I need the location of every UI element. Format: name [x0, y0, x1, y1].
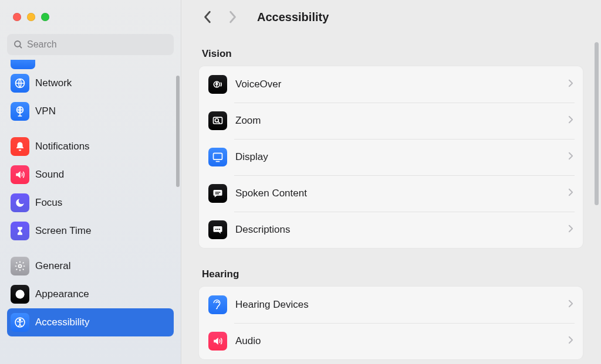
sidebar-item-label: Sound: [35, 169, 64, 181]
svg-point-18: [217, 229, 218, 230]
search-icon: [13, 39, 23, 50]
page-title: Accessibility: [257, 11, 329, 24]
forward-button[interactable]: [222, 8, 243, 26]
hearing-card: Hearing Devices Audio: [198, 286, 583, 360]
sidebar-item-vpn[interactable]: VPN: [7, 97, 174, 125]
contrast-icon: [11, 285, 29, 304]
sidebar-nav[interactable]: Network VPN Notifications Sound: [0, 60, 181, 364]
chevron-right-icon: [228, 11, 237, 23]
row-label: Spoken Content: [235, 188, 568, 199]
row-descriptions[interactable]: Descriptions: [199, 212, 583, 248]
display-icon: [208, 148, 227, 166]
sidebar-item-screen-time[interactable]: Screen Time: [7, 217, 174, 245]
row-label: Audio: [235, 335, 568, 347]
sidebar-item-accessibility[interactable]: Accessibility: [7, 308, 174, 336]
audio-speaker-icon: [208, 332, 227, 351]
search-field[interactable]: [7, 34, 174, 55]
row-label: Hearing Devices: [235, 299, 568, 311]
row-zoom[interactable]: Zoom: [199, 103, 583, 139]
svg-point-4: [19, 265, 22, 268]
chevron-right-icon: [568, 300, 573, 310]
search-input[interactable]: [27, 39, 168, 50]
topbar: Accessibility: [181, 0, 601, 34]
section-title-vision: Vision: [202, 48, 583, 60]
sidebar-item-sound[interactable]: Sound: [7, 161, 174, 189]
main-scrollbar[interactable]: [595, 42, 599, 205]
search-wrap: [0, 21, 181, 60]
vpn-globe-icon: [11, 102, 29, 121]
svg-line-12: [218, 122, 220, 124]
row-audio[interactable]: Audio: [199, 323, 583, 359]
svg-rect-13: [214, 153, 222, 159]
chevron-left-icon: [204, 11, 212, 23]
sidebar-item-label: Focus: [35, 197, 62, 209]
vision-card: VoiceOver Zoom Display: [198, 66, 583, 249]
speaker-icon: [11, 165, 29, 184]
chevron-right-icon: [568, 115, 573, 126]
row-label: Zoom: [235, 115, 568, 127]
sidebar-item-general[interactable]: General: [7, 252, 174, 280]
sidebar-item-label: Network: [35, 77, 72, 89]
sidebar-item-label: VPN: [35, 106, 56, 117]
sidebar-item-label: Screen Time: [35, 225, 91, 237]
svg-rect-15: [215, 192, 221, 192]
speech-bubble-icon: [208, 184, 227, 203]
chevron-right-icon: [568, 188, 573, 199]
hourglass-icon: [11, 222, 29, 240]
sidebar-item-focus[interactable]: Focus: [7, 189, 174, 217]
sidebar-item-label: Notifications: [35, 141, 90, 152]
fullscreen-window-button[interactable]: [41, 13, 49, 21]
row-label: Descriptions: [235, 224, 568, 236]
sidebar-item-label: Appearance: [35, 288, 89, 300]
close-window-button[interactable]: [13, 13, 21, 21]
zoom-icon: [208, 111, 227, 130]
section-title-hearing: Hearing: [202, 268, 583, 280]
accessibility-icon: [11, 313, 29, 332]
chevron-right-icon: [568, 79, 573, 90]
sidebar-scrollbar[interactable]: [176, 76, 180, 187]
window-controls: [0, 0, 181, 21]
sidebar-item-partial[interactable]: [11, 60, 35, 69]
voiceover-icon: [208, 75, 227, 94]
ear-icon: [208, 295, 227, 314]
svg-rect-16: [215, 193, 220, 194]
gear-icon: [11, 257, 29, 275]
content-scroll[interactable]: Vision VoiceOver Zoom Display: [181, 34, 601, 364]
svg-point-11: [215, 118, 218, 122]
row-label: VoiceOver: [235, 79, 568, 90]
main-panel: Accessibility Vision VoiceOver Zoom: [181, 0, 601, 364]
globe-icon: [11, 74, 29, 93]
bell-icon: [11, 137, 29, 156]
row-hearing-devices[interactable]: Hearing Devices: [199, 287, 583, 323]
sidebar: Network VPN Notifications Sound: [0, 0, 181, 364]
chevron-right-icon: [568, 336, 573, 346]
row-voiceover[interactable]: VoiceOver: [199, 66, 583, 103]
sidebar-item-notifications[interactable]: Notifications: [7, 132, 174, 161]
svg-point-17: [215, 229, 217, 230]
row-display[interactable]: Display: [199, 139, 583, 175]
sidebar-item-label: Accessibility: [35, 317, 90, 328]
chevron-right-icon: [568, 224, 573, 235]
svg-line-1: [19, 46, 22, 48]
sidebar-item-label: General: [35, 260, 70, 272]
back-button[interactable]: [197, 8, 218, 26]
chevron-right-icon: [568, 152, 573, 162]
svg-point-9: [216, 83, 217, 84]
minimize-window-button[interactable]: [27, 13, 35, 21]
sidebar-item-network[interactable]: Network: [7, 69, 174, 97]
row-spoken-content[interactable]: Spoken Content: [199, 175, 583, 212]
row-label: Display: [235, 151, 568, 163]
sidebar-item-appearance[interactable]: Appearance: [7, 280, 174, 308]
svg-point-7: [19, 319, 21, 321]
moon-icon: [11, 193, 29, 212]
descriptions-icon: [208, 220, 227, 239]
svg-point-19: [219, 229, 220, 230]
svg-point-0: [15, 41, 21, 47]
